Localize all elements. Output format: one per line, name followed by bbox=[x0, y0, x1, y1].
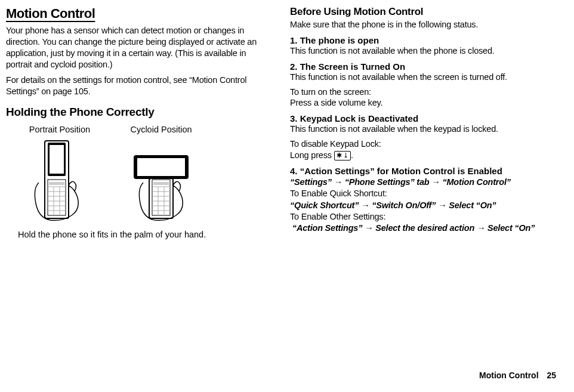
step-2-body-3: Press a side volume key. bbox=[290, 97, 556, 109]
step-3-body-1: This function is not available when the … bbox=[290, 124, 556, 135]
step-4-title: 4. “Action Settings” for Motion Control … bbox=[290, 166, 556, 176]
holding-caption: Hold the phone so it fits in the palm of… bbox=[6, 230, 272, 239]
phone-cycloid-illustration: donreturn\n bbox=[119, 138, 203, 221]
figure-cycloid-caption: Cycloid Position bbox=[130, 125, 192, 134]
step-3-body-3: Long press ✱ ⤓. bbox=[290, 150, 556, 161]
step-3-longpress-suffix: . bbox=[351, 150, 353, 160]
step-4-body-1: To Enable Quick Shortcut: bbox=[290, 188, 556, 199]
step-2-body-2: To turn on the screen: bbox=[290, 87, 556, 98]
intro-paragraph-1: Your phone has a sensor which can detect… bbox=[6, 25, 272, 70]
section-title: Motion Control bbox=[6, 6, 272, 21]
figure-portrait-caption: Portrait Position bbox=[29, 125, 90, 134]
figure-row: Portrait Position bbox=[6, 125, 272, 221]
svg-rect-17 bbox=[153, 182, 169, 185]
page-footer: Motion Control 25 bbox=[479, 371, 556, 380]
step-2-body-1: This function is not available when the … bbox=[290, 72, 556, 83]
figure-cycloid: Cycloid Position donreturn\n bbox=[119, 125, 203, 221]
step-1-title: 1. The phone is open bbox=[290, 35, 556, 45]
phone-portrait-illustration bbox=[18, 138, 101, 221]
step-3-title: 3. Keypad Lock is Deactivated bbox=[290, 113, 556, 124]
step-4-nav-2: “Quick Shortcut” → “Switch On/Off” → Sel… bbox=[290, 200, 556, 210]
figure-portrait: Portrait Position bbox=[18, 125, 101, 221]
step-3-body-2: To disable Keypad Lock: bbox=[290, 138, 556, 150]
step-1-body: This function is not available when the … bbox=[290, 45, 556, 57]
before-using-heading: Before Using Motion Control bbox=[290, 6, 556, 18]
step-4-body-2: To Enable Other Settings: bbox=[290, 211, 556, 223]
svg-rect-4 bbox=[49, 182, 64, 185]
step-4-nav-1: “Settings” → “Phone Settings” tab → “Mot… bbox=[290, 177, 556, 187]
before-using-subtitle: Make sure that the phone is in the follo… bbox=[290, 19, 556, 30]
step-3-longpress-prefix: Long press bbox=[290, 150, 334, 160]
star-key-icon: ✱ ⤓ bbox=[334, 151, 351, 160]
footer-page-number: 25 bbox=[547, 371, 556, 380]
holding-phone-heading: Holding the Phone Correctly bbox=[6, 106, 272, 119]
footer-section-name: Motion Control bbox=[479, 371, 539, 380]
step-2-title: 2. The Screen is Turned On bbox=[290, 61, 556, 72]
svg-rect-14 bbox=[137, 158, 185, 176]
intro-paragraph-2: For details on the settings for motion c… bbox=[6, 75, 272, 97]
svg-rect-2 bbox=[50, 145, 64, 174]
step-4-nav-3: “Action Settings” → Select the desired a… bbox=[290, 223, 556, 233]
